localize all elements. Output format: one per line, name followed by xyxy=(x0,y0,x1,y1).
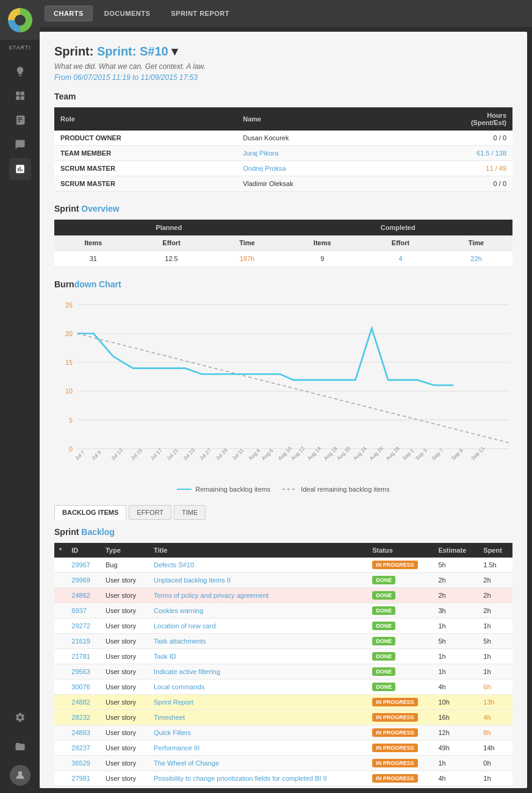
row-star xyxy=(54,741,66,756)
completed-header: Completed xyxy=(283,220,512,235)
col-spent: Spent xyxy=(478,543,512,558)
row-id[interactable]: 21619 xyxy=(66,634,101,649)
row-status: DONE xyxy=(367,619,433,634)
row-title[interactable]: Quick Filters xyxy=(149,725,367,741)
row-title[interactable]: Cookies warning xyxy=(149,603,367,619)
row-star xyxy=(54,664,66,680)
row-title[interactable]: Timesheet xyxy=(149,710,367,725)
sidebar-item-chat[interactable] xyxy=(9,134,31,156)
row-id[interactable]: 36529 xyxy=(66,756,101,771)
row-id[interactable]: 24862 xyxy=(66,588,101,603)
col-name: Name xyxy=(237,107,393,131)
sidebar-item-grid[interactable] xyxy=(9,85,31,107)
row-estimate: 4h xyxy=(433,680,478,695)
tab-sprint-report[interactable]: SPRINT REPORT xyxy=(162,5,239,21)
member-role: SCRUM MASTER xyxy=(54,176,237,192)
col-status: Status xyxy=(367,543,433,558)
member-role: SCRUM MASTER xyxy=(54,161,237,176)
tab-effort[interactable]: EFFORT xyxy=(129,505,171,520)
status-badge: IN PROGRESS xyxy=(372,561,418,569)
row-star xyxy=(54,558,66,573)
row-title[interactable]: Task attachments xyxy=(149,634,367,649)
legend-dashed-line xyxy=(282,489,297,490)
row-spent: 4h xyxy=(478,710,512,725)
sidebar-item-reports[interactable] xyxy=(9,158,31,180)
tab-backlog-items[interactable]: BACKLOG ITEMS xyxy=(54,505,126,520)
col-c-effort: Effort xyxy=(361,235,440,251)
row-type: User story xyxy=(101,588,149,603)
row-id[interactable]: 29969 xyxy=(66,573,101,588)
row-title[interactable]: Performance III xyxy=(149,741,367,756)
row-status: IN PROGRESS xyxy=(367,695,433,710)
backlog-row: 27981 User story Possibility to change p… xyxy=(54,771,512,786)
sidebar-bottom xyxy=(9,706,31,793)
row-title[interactable]: Terms of policy and privacy agreement xyxy=(149,588,367,603)
row-type: User story xyxy=(101,649,149,664)
row-type: User story xyxy=(101,603,149,619)
row-title[interactable]: Indicate active filtering xyxy=(149,664,367,680)
backlog-row: 29563 User story Indicate active filteri… xyxy=(54,664,512,680)
tab-documents[interactable]: DOCUMENTS xyxy=(95,5,159,21)
row-id[interactable]: 29272 xyxy=(66,619,101,634)
tab-time[interactable]: TIME xyxy=(174,505,206,520)
row-type: User story xyxy=(101,771,149,786)
row-estimate: 2h xyxy=(433,588,478,603)
sprint-overview-title: Sprint Overview xyxy=(54,204,512,215)
status-badge: IN PROGRESS xyxy=(372,713,418,722)
main-area: CHARTS DOCUMENTS SPRINT REPORT Sprint: S… xyxy=(40,0,532,793)
row-status: TODO xyxy=(367,786,433,789)
svg-text:15: 15 xyxy=(65,359,73,366)
row-estimate: 1h xyxy=(433,619,478,634)
col-p-time: Time xyxy=(211,235,284,251)
backlog-tabs: BACKLOG ITEMS EFFORT TIME xyxy=(54,505,512,520)
row-star xyxy=(54,573,66,588)
row-title[interactable]: The Wheel of Change xyxy=(149,756,367,771)
row-id[interactable]: 24882 xyxy=(66,695,101,710)
row-id[interactable]: 29563 xyxy=(66,664,101,680)
col-title: Title xyxy=(149,543,367,558)
row-title[interactable]: Defects S#10 xyxy=(149,558,367,573)
row-title[interactable]: Task ID xyxy=(149,649,367,664)
row-id[interactable]: 30076 xyxy=(66,680,101,695)
completed-items: 9 xyxy=(283,251,361,267)
col-star: * xyxy=(54,543,66,558)
backlog-row: 24883 User story Quick Filters IN PROGRE… xyxy=(54,725,512,741)
row-id[interactable]: 24883 xyxy=(66,725,101,741)
row-id[interactable]: 6937 xyxy=(66,603,101,619)
row-title[interactable]: Project icon is now... xyxy=(149,786,367,789)
svg-text:Sep 3: Sep 3 xyxy=(414,447,428,461)
row-spent: 6h xyxy=(478,680,512,695)
row-star xyxy=(54,695,66,710)
row-id[interactable]: 27981 xyxy=(66,771,101,786)
row-id[interactable]: 28237 xyxy=(66,741,101,756)
user-avatar[interactable] xyxy=(10,765,31,786)
row-type: User story xyxy=(101,680,149,695)
status-badge: DONE xyxy=(372,591,395,600)
col-p-effort: Effort xyxy=(132,235,211,251)
row-title[interactable]: Sprint Report xyxy=(149,695,367,710)
sidebar-item-book[interactable] xyxy=(9,109,31,131)
row-title[interactable]: Unplaced backlog items II xyxy=(149,573,367,588)
row-status: IN PROGRESS xyxy=(367,725,433,741)
sidebar-item-folder[interactable] xyxy=(9,736,31,758)
row-id[interactable]: 29967 xyxy=(66,558,101,573)
row-title[interactable]: Local commands xyxy=(149,680,367,695)
row-id[interactable]: 28232 xyxy=(66,710,101,725)
row-star xyxy=(54,603,66,619)
burndown-section: Burndown Chart 25 20 15 10 5 0 xyxy=(54,279,512,493)
row-title[interactable]: Location of new card xyxy=(149,619,367,634)
logo-container[interactable] xyxy=(0,0,40,40)
row-id[interactable]: 21781 xyxy=(66,649,101,664)
row-title[interactable]: Possibility to change prioritization fie… xyxy=(149,771,367,786)
row-type: Bug xyxy=(101,558,149,573)
legend-solid-line xyxy=(177,489,192,490)
row-spent: 1.5h xyxy=(478,558,512,573)
sidebar-item-settings[interactable] xyxy=(9,706,31,728)
col-id: ID xyxy=(66,543,101,558)
row-star xyxy=(54,771,66,786)
tab-charts[interactable]: CHARTS xyxy=(45,5,93,21)
svg-point-0 xyxy=(18,771,22,775)
sprint-id: Sprint: S#10 xyxy=(97,45,168,58)
row-id[interactable]: 37777 xyxy=(66,786,101,789)
sidebar-item-bulb[interactable] xyxy=(9,60,31,82)
